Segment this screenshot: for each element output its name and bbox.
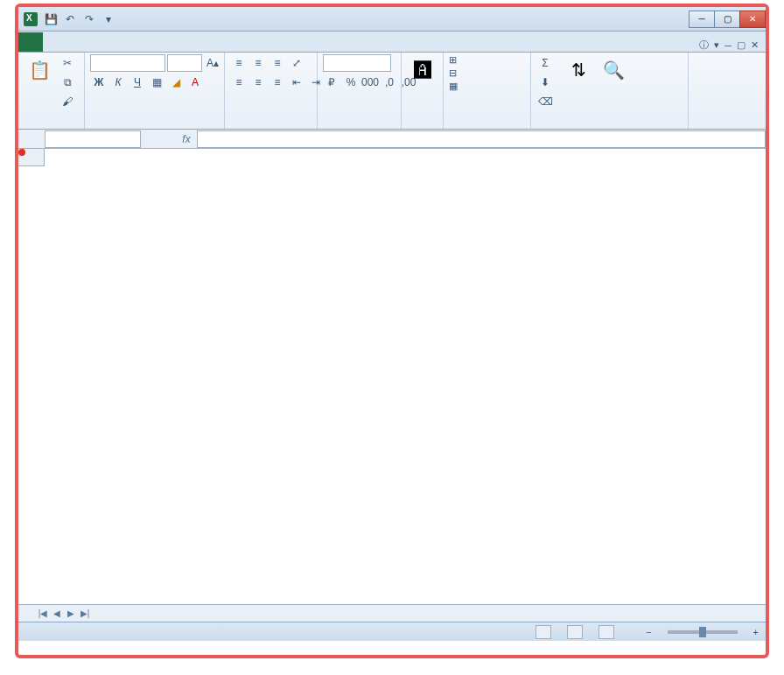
fill-color-icon[interactable]: ◢ [167,74,185,91]
bold-icon[interactable]: Ж [90,74,108,91]
delete-cells-button[interactable]: ⊟ [449,67,458,79]
align-center-icon[interactable]: ≡ [249,74,267,91]
last-sheet-icon[interactable]: ▶| [78,608,92,618]
paste-button[interactable]: 📋 [24,54,55,86]
font-color-icon[interactable]: A [186,74,204,91]
clipboard-icon: 📋 [25,56,53,84]
group-cells-label [449,125,525,127]
grow-font-icon[interactable]: A▴ [204,54,221,72]
italic-icon[interactable]: К [109,74,127,91]
ribbon: 📋 ✂ ⧉ 🖌 A▴ Ж К [18,53,766,130]
formula-bar: fx [18,130,766,149]
excel-icon [24,12,38,26]
ribbon-minimize-icon[interactable]: ▾ [714,39,719,51]
sort-icon: ⇅ [564,56,592,84]
find-select-button[interactable]: 🔍 [598,54,629,86]
inc-decimal-icon[interactable]: ,0 [381,74,398,91]
close-button[interactable]: ✕ [739,11,766,28]
mdi-restore-icon[interactable]: ▢ [737,39,746,51]
mdi-close-icon[interactable]: ✕ [751,39,759,51]
font-name-select[interactable] [90,54,165,72]
zoom-out-icon[interactable]: − [646,627,651,637]
quick-access-toolbar: 💾 ↶ ↷ ▾ [43,11,116,27]
align-right-icon[interactable]: ≡ [269,74,286,91]
zoom-slider[interactable] [668,630,738,634]
styles-icon: 🅰 [409,56,437,84]
currency-icon[interactable]: ₽ [323,74,340,91]
redo-icon[interactable]: ↷ [81,11,97,27]
decrease-indent-icon[interactable]: ⇤ [288,74,305,91]
prev-sheet-icon[interactable]: ◀ [50,608,64,618]
sheet-tab-bar: |◀ ◀ ▶ ▶| [18,604,766,622]
help-icon[interactable]: ⓘ [699,39,709,52]
file-tab[interactable] [18,32,43,52]
page-break-view-icon[interactable] [598,625,614,639]
group-font-label [90,125,219,127]
maximize-button[interactable]: ▢ [714,11,740,28]
copy-icon[interactable]: ⧉ [59,74,76,91]
border-icon[interactable]: ▦ [148,74,165,91]
align-mid-icon[interactable]: ≡ [249,54,267,72]
autosum-icon[interactable]: Σ [536,54,554,72]
clear-icon[interactable]: ⌫ [536,93,554,110]
orientation-icon[interactable]: ⤢ [288,54,305,72]
group-clipboard-label [24,125,79,127]
binoculars-icon: 🔍 [599,56,627,84]
qat-more-icon[interactable]: ▾ [101,11,116,27]
comma-icon[interactable]: 000 [361,74,379,91]
format-painter-icon[interactable]: 🖌 [59,93,76,110]
sort-filter-button[interactable]: ⇅ [563,54,594,86]
group-number-label [323,125,396,127]
styles-button[interactable]: 🅰 [407,54,438,86]
minimize-button[interactable]: ─ [689,11,715,28]
align-top-icon[interactable]: ≡ [230,54,248,72]
normal-view-icon[interactable] [536,625,551,639]
align-bot-icon[interactable]: ≡ [269,54,286,72]
group-align-label [230,125,312,127]
worksheet-grid[interactable] [18,149,766,604]
window-controls: ─ ▢ ✕ [690,11,766,28]
page-layout-view-icon[interactable] [567,625,583,639]
first-sheet-icon[interactable]: |◀ [36,608,50,618]
mdi-minimize-icon[interactable]: ─ [724,40,732,51]
zoom-in-icon[interactable]: + [753,627,759,637]
status-bar: − + [18,622,766,641]
titlebar: 💾 ↶ ↷ ▾ ─ ▢ ✕ [18,7,766,32]
undo-icon[interactable]: ↶ [62,11,78,27]
underline-icon[interactable]: Ч [129,74,146,91]
insert-cells-button[interactable]: ⊞ [449,54,458,66]
fill-icon[interactable]: ⬇ [536,74,554,91]
next-sheet-icon[interactable]: ▶ [64,608,78,618]
formula-input[interactable] [197,130,766,148]
cut-icon[interactable]: ✂ [59,54,76,72]
font-size-select[interactable] [167,54,202,72]
align-left-icon[interactable]: ≡ [230,74,248,91]
number-format-select[interactable] [323,54,391,72]
ribbon-tabs: ⓘ ▾ ─ ▢ ✕ [18,32,766,53]
name-box[interactable] [45,130,141,148]
percent-icon[interactable]: % [342,74,360,91]
group-editing-label [536,125,682,127]
save-icon[interactable]: 💾 [43,11,59,27]
fx-icon[interactable]: fx [176,133,197,145]
select-all-triangle[interactable] [18,149,45,166]
format-cells-button[interactable]: ▦ [449,81,459,92]
excel-window: 💾 ↶ ↷ ▾ ─ ▢ ✕ ⓘ ▾ ─ ▢ ✕ 📋 [15,4,769,658]
